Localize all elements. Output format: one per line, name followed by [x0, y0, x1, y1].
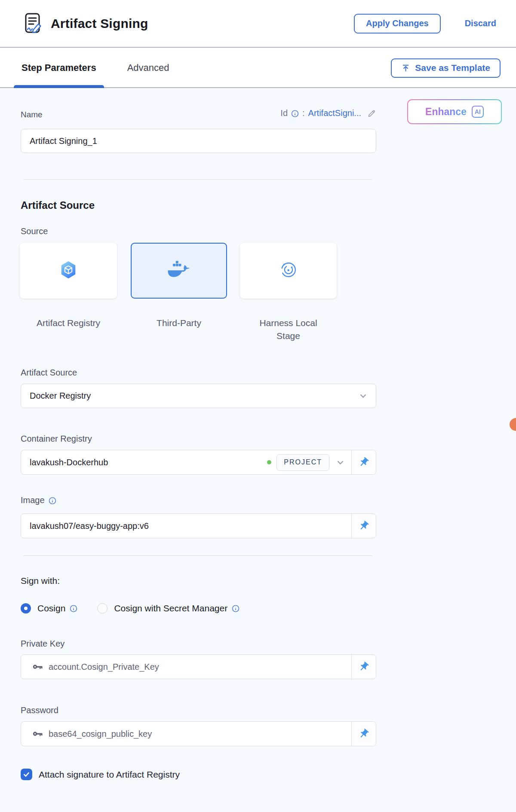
- name-input-box: [21, 129, 376, 153]
- card-label-third-party: Third-Party: [131, 317, 227, 330]
- sign-with-radio-group: Cosign Cosign with Secret Manager: [21, 603, 240, 614]
- card-label-harness-local-stage: Harness Local Stage: [240, 317, 337, 343]
- pin-input-type-button[interactable]: [351, 655, 376, 679]
- password-value: base64_cosign_public_key: [49, 729, 152, 739]
- side-notification-dot[interactable]: [510, 418, 516, 431]
- tab-step-parameters-label: Step Parameters: [22, 62, 96, 73]
- private-key-field-group: account.Cosign_Private_Key: [21, 654, 376, 679]
- pin-input-type-button[interactable]: [351, 450, 376, 474]
- upload-icon: [401, 64, 410, 73]
- id-separator: :: [302, 108, 305, 118]
- container-registry-field-group: lavakush-Dockerhub PROJECT: [21, 450, 376, 475]
- divider-1: [23, 179, 372, 180]
- sign-with-label: Sign with:: [21, 576, 60, 586]
- enhance-ai-button[interactable]: Enhance AI: [407, 99, 502, 124]
- password-label: Password: [21, 705, 58, 715]
- container-registry-label: Container Registry: [21, 434, 92, 444]
- save-as-template-label: Save as Template: [415, 63, 490, 73]
- pin-input-type-button[interactable]: [351, 722, 376, 746]
- id-value-link[interactable]: ArtifactSigni...: [308, 108, 361, 118]
- docker-icon: [168, 260, 190, 281]
- tab-advanced-label: Advanced: [127, 62, 169, 73]
- edit-id-icon[interactable]: [367, 109, 376, 118]
- active-tab-underline: [14, 85, 104, 88]
- password-field-group: base64_cosign_public_key: [21, 721, 376, 746]
- id-label: Id: [280, 108, 288, 118]
- chevron-down-icon: [359, 392, 367, 400]
- private-key-value: account.Cosign_Private_Key: [49, 662, 159, 672]
- artifact-registry-icon: [58, 260, 78, 281]
- attach-signature-label: Attach signature to Artifact Registry: [39, 769, 180, 780]
- private-key-label: Private Key: [21, 639, 64, 649]
- source-card-third-party[interactable]: [131, 243, 227, 299]
- artifact-signing-panel: Artifact Signing Apply Changes Discard S…: [0, 0, 516, 812]
- enhance-label: Enhance: [425, 106, 467, 118]
- image-field[interactable]: lavakush07/easy-buggy-app:v6: [21, 514, 351, 538]
- apply-changes-button[interactable]: Apply Changes: [354, 14, 441, 34]
- enhance-ai-inner: Enhance AI: [408, 100, 501, 123]
- password-field[interactable]: base64_cosign_public_key: [21, 722, 351, 746]
- tab-advanced[interactable]: Advanced: [127, 49, 169, 87]
- artifact-source-dropdown-label: Artifact Source: [21, 368, 77, 378]
- radio-cosign[interactable]: [21, 603, 31, 614]
- artifact-source-select-value: Docker Registry: [21, 391, 91, 401]
- divider-2: [23, 556, 372, 556]
- key-icon: [32, 728, 43, 739]
- source-card-harness-local-stage[interactable]: [240, 243, 337, 299]
- container-registry-value: lavakush-Dockerhub: [30, 458, 108, 467]
- tab-bar: Step Parameters Advanced Save as Templat…: [0, 49, 516, 88]
- connector-status-dot: [267, 460, 271, 464]
- cosign-info-icon[interactable]: [70, 604, 77, 612]
- radio-cosign-secret-manager[interactable]: [97, 603, 108, 614]
- panel-header: Artifact Signing Apply Changes Discard: [0, 0, 516, 48]
- cosign-secret-manager-info-icon[interactable]: [232, 604, 240, 612]
- scope-badge: PROJECT: [276, 454, 329, 471]
- radio-cosign-label: Cosign: [37, 603, 65, 614]
- artifact-signing-step-icon: [24, 12, 43, 35]
- page-title: Artifact Signing: [51, 16, 148, 31]
- artifact-source-heading: Artifact Source: [21, 199, 95, 211]
- harness-local-stage-icon: [279, 260, 298, 281]
- container-registry-field[interactable]: lavakush-Dockerhub PROJECT: [21, 450, 351, 474]
- image-value: lavakush07/easy-buggy-app:v6: [30, 521, 149, 531]
- card-label-artifact-registry: Artifact Registry: [20, 317, 117, 330]
- chevron-down-icon[interactable]: [336, 458, 344, 467]
- tab-step-parameters[interactable]: Step Parameters: [22, 49, 96, 87]
- image-label-row: Image: [21, 495, 56, 505]
- image-label: Image: [21, 495, 45, 505]
- discard-button[interactable]: Discard: [462, 18, 499, 29]
- attach-signature-checkbox[interactable]: [21, 769, 32, 780]
- radio-cosign-secret-manager-label: Cosign with Secret Manager: [114, 603, 227, 614]
- id-info-icon[interactable]: [291, 110, 299, 117]
- attach-signature-row: Attach signature to Artifact Registry: [21, 769, 180, 780]
- image-info-icon[interactable]: [49, 497, 56, 504]
- ai-badge-label: AI: [475, 108, 481, 115]
- pin-input-type-button[interactable]: [351, 514, 376, 538]
- artifact-source-select[interactable]: Docker Registry: [21, 384, 376, 408]
- source-card-artifact-registry[interactable]: [20, 243, 117, 299]
- ai-badge-icon: AI: [472, 106, 484, 118]
- name-label: Name: [21, 110, 43, 119]
- key-icon: [32, 661, 43, 672]
- image-field-group: lavakush07/easy-buggy-app:v6: [21, 513, 376, 538]
- name-input[interactable]: [21, 136, 376, 147]
- private-key-field[interactable]: account.Cosign_Private_Key: [21, 655, 351, 679]
- source-label: Source: [21, 226, 48, 236]
- step-id-row: Id : ArtifactSigni...: [280, 108, 376, 118]
- save-as-template-button[interactable]: Save as Template: [391, 58, 501, 78]
